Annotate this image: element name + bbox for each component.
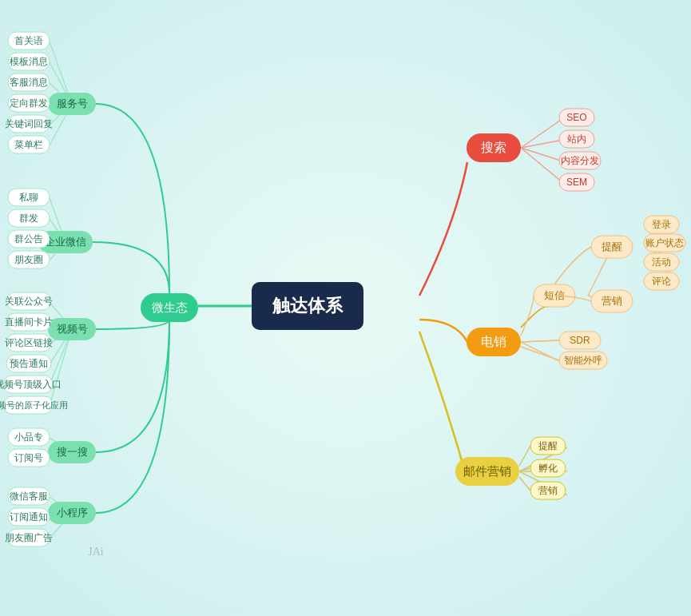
svg-text:关联公众号: 关联公众号 (5, 296, 53, 307)
svg-text:直播间卡片: 直播间卡片 (5, 316, 53, 328)
svg-text:评论: 评论 (652, 276, 671, 287)
svg-text:朋友圈广告: 朋友圈广告 (5, 532, 53, 543)
svg-text:微生态: 微生态 (152, 300, 188, 314)
svg-text:智能外呼: 智能外呼 (564, 355, 602, 366)
svg-text:服务号: 服务号 (57, 97, 88, 109)
svg-text:SDR: SDR (570, 335, 590, 346)
svg-text:营销: 营销 (538, 485, 558, 496)
svg-text:视频号: 视频号 (57, 323, 88, 335)
svg-text:站内: 站内 (567, 133, 586, 145)
svg-text:SEO: SEO (566, 112, 586, 123)
svg-text:JAi: JAi (88, 546, 104, 558)
svg-text:群发: 群发 (19, 213, 38, 224)
svg-text:提醒: 提醒 (538, 440, 558, 451)
svg-text:搜一搜: 搜一搜 (57, 446, 88, 458)
svg-text:小品专: 小品专 (14, 431, 43, 443)
svg-text:订阅号: 订阅号 (14, 452, 43, 463)
svg-text:SEM: SEM (566, 177, 587, 188)
svg-text:小程序: 小程序 (57, 507, 88, 519)
svg-text:营销: 营销 (602, 295, 622, 307)
svg-text:朋友圈: 朋友圈 (14, 254, 43, 265)
svg-text:视频号的原子化应用: 视频号的原子化应用 (0, 400, 68, 410)
svg-text:定向群发: 定向群发 (10, 97, 48, 109)
svg-text:邮件营销: 邮件营销 (463, 464, 511, 478)
svg-text:企业微信: 企业微信 (45, 236, 86, 248)
svg-text:群公告: 群公告 (14, 233, 43, 244)
svg-text:私聊: 私聊 (19, 192, 38, 203)
svg-text:关键词回复: 关键词回复 (5, 118, 53, 129)
svg-text:菜单栏: 菜单栏 (14, 139, 43, 150)
svg-text:活动: 活动 (652, 256, 671, 268)
svg-text:预告通知: 预告通知 (10, 358, 48, 369)
svg-text:账户状态: 账户状态 (645, 237, 684, 248)
svg-text:首关语: 首关语 (14, 35, 43, 46)
svg-text:提醒: 提醒 (602, 240, 622, 252)
svg-text:登录: 登录 (652, 219, 671, 230)
svg-text:视频号顶级入口: 视频号顶级入口 (0, 379, 62, 389)
svg-text:孵化: 孵化 (538, 463, 558, 474)
svg-text:评论区链接: 评论区链接 (5, 337, 53, 348)
svg-text:客服消息: 客服消息 (10, 77, 48, 88)
svg-text:电销: 电销 (481, 335, 506, 348)
svg-text:模板消息: 模板消息 (10, 56, 48, 67)
svg-text:搜索: 搜索 (481, 141, 506, 154)
svg-text:微信客服: 微信客服 (10, 491, 48, 502)
svg-text:内容分发: 内容分发 (561, 155, 599, 166)
svg-text:订阅通知: 订阅通知 (10, 511, 48, 523)
svg-text:触达体系: 触达体系 (272, 296, 344, 316)
mindmap-svg: 触达体系 微生态 服务号 首关语 模板消息 客服消息 定向群发 关键词回复 菜单… (0, 0, 691, 616)
